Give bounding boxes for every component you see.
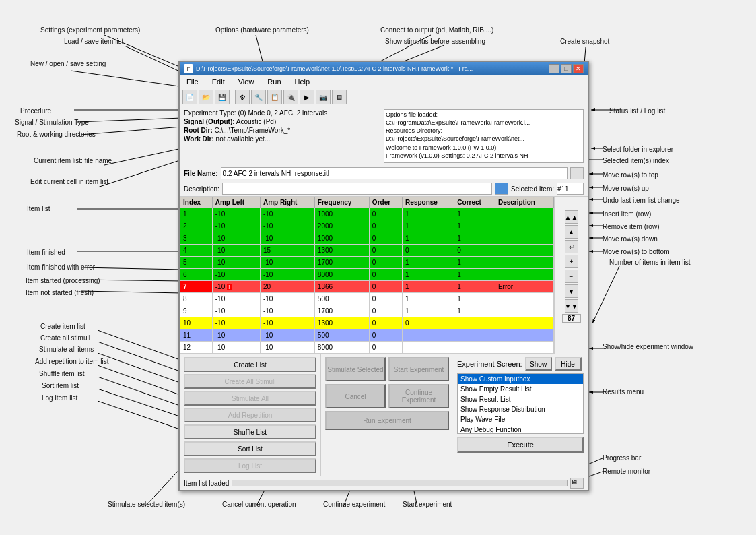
table-cell[interactable]: 1000	[314, 208, 369, 220]
result-response-dist[interactable]: Show Response Distribution	[458, 404, 583, 414]
table-cell[interactable]: -10	[212, 269, 260, 281]
table-row[interactable]: 1-10-101000011	[180, 208, 554, 220]
table-cell[interactable]: 1	[454, 257, 495, 269]
table-cell[interactable]: 12	[180, 342, 213, 354]
table-cell[interactable]: 0	[369, 317, 402, 329]
table-cell[interactable]: 1	[454, 232, 495, 245]
menu-help[interactable]: Help	[291, 77, 314, 86]
table-cell[interactable]: -10	[260, 208, 314, 220]
table-cell[interactable]: 1	[454, 281, 495, 293]
table-cell[interactable]: 1	[403, 305, 454, 317]
table-cell[interactable]: -10	[212, 257, 260, 269]
result-show-result[interactable]: Show Result List	[458, 394, 583, 404]
table-cell[interactable]: -10	[260, 257, 314, 269]
table-cell[interactable]: 3	[180, 232, 213, 245]
title-bar-controls[interactable]: — □ ✕	[549, 64, 584, 73]
table-cell[interactable]: -10	[260, 220, 314, 232]
table-cell[interactable]: -10	[212, 232, 260, 245]
tb-run[interactable]: ▶	[300, 90, 314, 104]
table-cell[interactable]: 2	[180, 220, 213, 232]
undo-btn[interactable]: ↩	[565, 240, 578, 253]
table-cell[interactable]: 0	[454, 245, 495, 257]
table-cell[interactable]: 8000	[314, 269, 369, 281]
maximize-btn[interactable]: □	[561, 64, 572, 73]
shuffle-list-btn[interactable]: Shuffle List	[184, 424, 316, 439]
sort-list-btn[interactable]: Sort List	[184, 441, 316, 456]
table-cell[interactable]: 0	[369, 293, 402, 305]
table-cell[interactable]: -10	[260, 293, 314, 305]
table-cell[interactable]: -10	[212, 220, 260, 232]
execute-btn[interactable]: Execute	[457, 437, 584, 453]
table-cell[interactable]	[495, 317, 553, 329]
log-list-btn[interactable]: Log List	[184, 458, 316, 473]
table-row[interactable]: 12-10-1080000	[180, 342, 554, 354]
table-cell[interactable]: -10	[212, 245, 260, 257]
table-row[interactable]: 11-10-105000	[180, 329, 554, 342]
table-cell[interactable]: 1	[403, 269, 454, 281]
table-row[interactable]: 5-10-101700011	[180, 257, 554, 269]
table-cell[interactable]: 0	[369, 257, 402, 269]
table-row[interactable]: 3-10-101000011	[180, 232, 554, 245]
remove-row-btn[interactable]: −	[565, 270, 578, 283]
table-cell[interactable]: -10	[260, 305, 314, 317]
table-cell[interactable]: Error	[495, 281, 553, 293]
table-cell[interactable]	[495, 342, 553, 354]
menu-edit[interactable]: Edit	[208, 77, 229, 86]
table-cell[interactable]	[495, 305, 553, 317]
table-cell[interactable]	[495, 257, 553, 269]
stimulate-selected-btn[interactable]: Stimulate Selected	[325, 357, 386, 381]
table-cell[interactable]: 1	[454, 269, 495, 281]
table-cell[interactable]: -10	[260, 232, 314, 245]
table-cell[interactable]: 1	[403, 281, 454, 293]
menu-file[interactable]: File	[182, 77, 203, 86]
table-row[interactable]: 7-10 !201366011Error	[180, 281, 554, 293]
tb-new[interactable]: 📄	[182, 90, 197, 104]
table-cell[interactable]: 0	[403, 245, 454, 257]
result-debug[interactable]: Any Debug Function	[458, 424, 583, 434]
move-to-top-btn[interactable]: ▲▲	[565, 210, 578, 224]
table-cell[interactable]: -10	[212, 208, 260, 220]
tb-monitor[interactable]: 🖥	[332, 90, 347, 104]
table-cell[interactable]: 11	[180, 329, 213, 342]
table-cell[interactable]: 0	[403, 317, 454, 329]
selected-item-input[interactable]	[557, 183, 584, 195]
table-cell[interactable]: 1700	[314, 305, 369, 317]
file-name-input[interactable]	[221, 167, 568, 179]
table-cell[interactable]: 10	[180, 317, 213, 329]
tb-load-list[interactable]: 📋	[267, 90, 282, 104]
table-cell[interactable]: -10	[212, 293, 260, 305]
tb-save[interactable]: 💾	[215, 90, 230, 104]
table-cell[interactable]: -10	[212, 317, 260, 329]
create-list-btn[interactable]: Create List	[184, 357, 316, 372]
table-cell[interactable]: 1	[454, 220, 495, 232]
table-cell[interactable]: -10	[260, 317, 314, 329]
table-cell[interactable]: 1300	[314, 245, 369, 257]
table-cell[interactable]	[403, 329, 454, 342]
table-cell[interactable]: 0	[369, 305, 402, 317]
table-cell[interactable]: 1	[403, 257, 454, 269]
move-to-bottom-btn[interactable]: ▼▼	[565, 299, 578, 313]
table-row[interactable]: 10-10-10130000	[180, 317, 554, 329]
table-cell[interactable]: -10	[260, 269, 314, 281]
table-cell[interactable]	[495, 245, 553, 257]
stimulate-all-btn[interactable]: Stimulate All	[184, 391, 316, 406]
table-cell[interactable]: 0	[369, 208, 402, 220]
table-cell[interactable]: 0	[369, 245, 402, 257]
cancel-btn[interactable]: Cancel	[325, 384, 386, 408]
table-cell[interactable]	[495, 269, 553, 281]
table-cell[interactable]	[454, 342, 495, 354]
tb-options[interactable]: 🔧	[251, 90, 266, 104]
table-cell[interactable]: 4	[180, 245, 213, 257]
table-cell[interactable]: 5	[180, 257, 213, 269]
table-cell[interactable]: 0	[369, 329, 402, 342]
tb-connect[interactable]: 🔌	[283, 90, 298, 104]
tb-snapshot[interactable]: 📷	[316, 90, 331, 104]
move-up-btn[interactable]: ▲	[565, 225, 578, 239]
table-cell[interactable]: 1	[403, 232, 454, 245]
remote-monitor-btn[interactable]: 🖥	[570, 478, 584, 489]
result-empty-result[interactable]: Show Empty Result List	[458, 384, 583, 394]
table-cell[interactable]	[403, 342, 454, 354]
table-cell[interactable]: -10	[212, 305, 260, 317]
table-cell[interactable]: 1	[403, 208, 454, 220]
table-row[interactable]: 6-10-108000011	[180, 269, 554, 281]
